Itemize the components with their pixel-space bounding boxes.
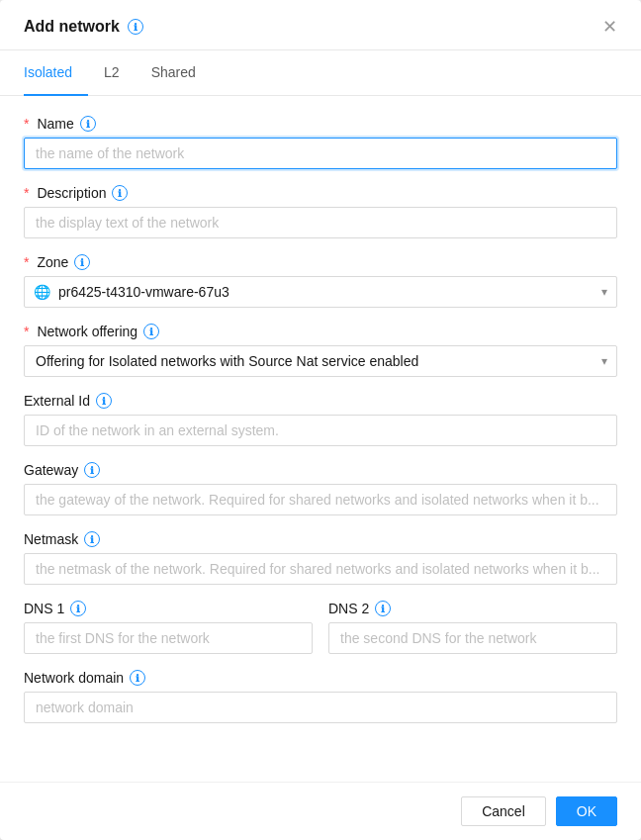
network-offering-label-text: Network offering bbox=[37, 324, 137, 339]
description-info-icon[interactable]: ℹ bbox=[112, 185, 128, 201]
netmask-input[interactable] bbox=[24, 553, 617, 585]
zone-label-text: Zone bbox=[37, 254, 68, 270]
dns1-info-icon[interactable]: ℹ bbox=[70, 601, 86, 616]
external-id-label: External Id ℹ bbox=[24, 393, 617, 409]
description-group: * Description ℹ bbox=[24, 185, 617, 238]
add-network-modal: Add network ℹ ✕ Isolated L2 Shared * Nam… bbox=[0, 0, 641, 840]
tab-l2[interactable]: L2 bbox=[88, 50, 136, 96]
tab-bar: Isolated L2 Shared bbox=[0, 50, 641, 96]
gateway-label-text: Gateway bbox=[24, 462, 78, 478]
dns2-info-icon[interactable]: ℹ bbox=[375, 601, 391, 616]
form-body: * Name ℹ * Description ℹ * Zone ℹ 🌐 bbox=[0, 96, 641, 782]
network-domain-group: Network domain ℹ bbox=[24, 670, 617, 723]
tab-isolated[interactable]: Isolated bbox=[24, 50, 88, 96]
name-info-icon[interactable]: ℹ bbox=[80, 116, 96, 132]
network-offering-select-wrapper: Offering for Isolated networks with Sour… bbox=[24, 345, 617, 377]
network-domain-input[interactable] bbox=[24, 692, 617, 723]
network-offering-info-icon[interactable]: ℹ bbox=[143, 324, 159, 339]
name-label-text: Name bbox=[37, 116, 73, 132]
dns2-input[interactable] bbox=[328, 622, 617, 654]
external-id-group: External Id ℹ bbox=[24, 393, 617, 446]
cancel-button[interactable]: Cancel bbox=[461, 796, 546, 826]
dns1-input[interactable] bbox=[24, 622, 313, 654]
network-offering-label: * Network offering ℹ bbox=[24, 324, 617, 339]
dns1-group: DNS 1 ℹ bbox=[24, 601, 313, 654]
dns2-label: DNS 2 ℹ bbox=[328, 601, 617, 616]
external-id-label-text: External Id bbox=[24, 393, 90, 409]
network-offering-group: * Network offering ℹ Offering for Isolat… bbox=[24, 324, 617, 377]
netmask-group: Netmask ℹ bbox=[24, 531, 617, 585]
description-required-star: * bbox=[24, 185, 29, 201]
title-text: Add network bbox=[24, 18, 120, 36]
zone-select[interactable]: pr6425-t4310-vmware-67u3 bbox=[24, 276, 617, 308]
netmask-label: Netmask ℹ bbox=[24, 531, 617, 547]
description-label: * Description ℹ bbox=[24, 185, 617, 201]
gateway-label: Gateway ℹ bbox=[24, 462, 617, 478]
gateway-input[interactable] bbox=[24, 484, 617, 515]
gateway-group: Gateway ℹ bbox=[24, 462, 617, 515]
netmask-info-icon[interactable]: ℹ bbox=[84, 531, 100, 547]
dns2-group: DNS 2 ℹ bbox=[328, 601, 617, 654]
network-domain-label-text: Network domain bbox=[24, 670, 124, 686]
modal-title: Add network ℹ bbox=[24, 18, 143, 36]
name-required-star: * bbox=[24, 116, 29, 132]
network-domain-info-icon[interactable]: ℹ bbox=[130, 670, 145, 686]
description-label-text: Description bbox=[37, 185, 106, 201]
dns2-label-text: DNS 2 bbox=[328, 601, 369, 616]
dns-row: DNS 1 ℹ DNS 2 ℹ bbox=[24, 601, 617, 654]
name-group: * Name ℹ bbox=[24, 116, 617, 169]
name-input[interactable] bbox=[24, 138, 617, 169]
gateway-info-icon[interactable]: ℹ bbox=[84, 462, 100, 478]
network-domain-label: Network domain ℹ bbox=[24, 670, 617, 686]
tab-shared[interactable]: Shared bbox=[136, 50, 212, 96]
dns1-label-text: DNS 1 bbox=[24, 601, 64, 616]
zone-group: * Zone ℹ 🌐 pr6425-t4310-vmware-67u3 ▾ bbox=[24, 254, 617, 308]
description-input[interactable] bbox=[24, 207, 617, 238]
zone-required-star: * bbox=[24, 254, 29, 270]
dns1-label: DNS 1 ℹ bbox=[24, 601, 313, 616]
close-icon[interactable]: ✕ bbox=[602, 18, 617, 36]
zone-select-wrapper: 🌐 pr6425-t4310-vmware-67u3 ▾ bbox=[24, 276, 617, 308]
modal-header: Add network ℹ ✕ bbox=[0, 0, 641, 50]
title-help-icon[interactable]: ℹ bbox=[128, 19, 143, 35]
network-offering-select[interactable]: Offering for Isolated networks with Sour… bbox=[24, 345, 617, 377]
ok-button[interactable]: OK bbox=[556, 796, 617, 826]
external-id-info-icon[interactable]: ℹ bbox=[96, 393, 112, 409]
zone-info-icon[interactable]: ℹ bbox=[74, 254, 90, 270]
name-label: * Name ℹ bbox=[24, 116, 617, 132]
zone-globe-icon: 🌐 bbox=[34, 284, 50, 300]
network-offering-required-star: * bbox=[24, 324, 29, 339]
external-id-input[interactable] bbox=[24, 415, 617, 446]
zone-label: * Zone ℹ bbox=[24, 254, 617, 270]
modal-footer: Cancel OK bbox=[0, 782, 641, 840]
netmask-label-text: Netmask bbox=[24, 531, 78, 547]
